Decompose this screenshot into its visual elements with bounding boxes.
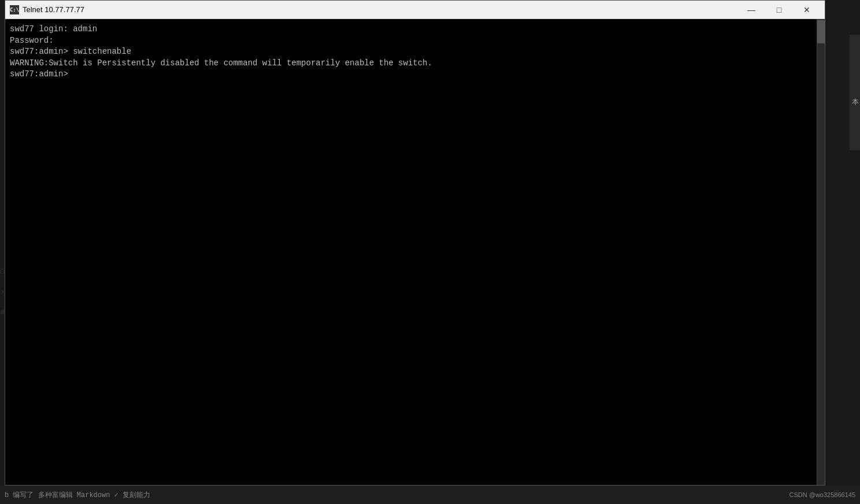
watermark: CSDN @wo325866145 (789, 491, 855, 498)
terminal-line-2: Password: (10, 35, 820, 47)
bottom-bar-text: b 编写了 多种富编辑 Markdown ✓ 复刻能力 (5, 490, 150, 500)
telnet-window: C:\ Telnet 10.77.77.77 — □ ✕ swd77 login… (5, 0, 825, 486)
window-title: Telnet 10.77.77.77 (23, 5, 84, 14)
bottom-bar: b 编写了 多种富编辑 Markdown ✓ 复刻能力 CSDN @wo3258… (0, 486, 860, 504)
right-sidebar: 本 (850, 35, 860, 150)
terminal-icon: C:\ (10, 5, 19, 14)
left-char-1: ○ (0, 266, 5, 275)
minimize-button[interactable]: — (738, 2, 765, 18)
scrollbar-thumb[interactable] (817, 20, 825, 43)
left-char-3: # (0, 307, 5, 317)
window-titlebar: C:\ Telnet 10.77.77.77 — □ ✕ (5, 1, 825, 19)
left-char-2: › (0, 287, 5, 296)
terminal-line-1: swd77 login: admin (10, 24, 820, 35)
terminal-body[interactable]: swd77 login: admin Password: swd77:admin… (5, 19, 825, 485)
scrollbar[interactable] (817, 19, 825, 485)
close-button[interactable]: ✕ (794, 2, 820, 18)
terminal-line-3: swd77:admin> switchenable (10, 46, 820, 58)
terminal-line-5: swd77:admin> (10, 69, 820, 80)
titlebar-left: C:\ Telnet 10.77.77.77 (10, 5, 84, 14)
left-edge-elements: ○ › # (0, 266, 5, 317)
maximize-button[interactable]: □ (766, 2, 792, 18)
titlebar-controls: — □ ✕ (738, 2, 820, 18)
terminal-line-4: WARNING:Switch is Persistently disabled … (10, 58, 820, 69)
